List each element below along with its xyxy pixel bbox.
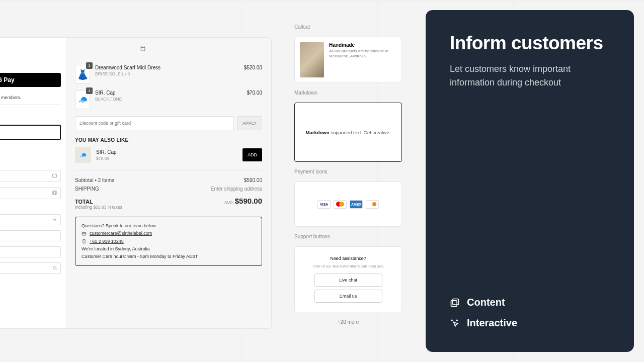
upsell-title: YOU MAY ALSO LIKE [75,137,262,143]
support-card-sub: One of our team members can help you [313,264,384,268]
apply-button[interactable]: APPLY [237,116,262,130]
svg-point-2 [53,266,56,269]
callout-title: Handmade [329,42,396,48]
form-field-icon[interactable] [0,170,61,182]
callout-card[interactable]: Handmade All our products are handmade i… [294,37,402,83]
subtotal-row: Subtotal • 2 items $590.00 [75,177,262,183]
support-location: We're located in Sydney, Australia [82,245,256,253]
email-us-button[interactable]: Email us [314,290,382,303]
svg-rect-0 [52,174,56,177]
live-chat-button[interactable]: Live chat [314,274,382,287]
support-intro: Questions? Speak to our team below [82,222,256,230]
product-thumb: 🧢 1 [75,90,90,109]
panel-title: Inform customers [450,33,610,53]
form-dropdown[interactable] [0,214,61,225]
product-variant: BLACK / ONE [95,97,242,102]
interactive-item: Interactive [450,317,610,329]
qty-badge: 1 [86,87,93,94]
form-field-small[interactable] [0,246,61,257]
bag-icon [140,45,146,54]
product-name: SIR. Cap [95,90,242,96]
svg-rect-4 [83,239,85,243]
discount-input[interactable] [75,116,234,130]
product-name: Dreamwood Scarf Midi Dress [95,65,239,70]
support-phone[interactable]: +61 2 919 10245 [90,238,124,245]
form-field-search[interactable] [0,262,61,274]
email-icon [82,231,87,236]
total-row: TOTAL Including $53.63 in taxes AUD$590.… [75,197,262,210]
line-item: 🧢 1 SIR. Cap BLACK / ONE $70.00 [75,90,262,109]
benefits-text: Enjoy benefits and rewards members. [0,92,61,105]
checkout-form-column: GG Pay Enjoy benefits and rewards member… [0,38,66,328]
gpay-label: G Pay [0,76,15,83]
gpay-button[interactable]: GG Pay [0,73,61,87]
svg-rect-8 [453,299,459,305]
phone-icon [82,239,87,244]
svg-rect-9 [451,300,457,306]
support-hours: Customer Care hours: 9am - 5pm Monday to… [82,253,256,260]
support-email[interactable]: customercare@sirthelabel.com [90,230,152,237]
mastercard-icon [334,200,347,209]
line-item: 👗 1 Dreamwood Scarf Midi Dress BRISE SOL… [75,65,262,84]
content-item: Content [450,297,610,308]
product-thumb: 👗 1 [75,65,90,84]
form-field[interactable] [0,125,61,140]
payment-icons-card[interactable]: VISA AMEX [294,182,402,227]
callout-image [300,42,324,77]
callout-text: All our products are handmade in Melbour… [329,49,396,59]
support-box: Questions? Speak to our team below custo… [75,217,262,266]
support-card: Need assistance? One of our team members… [294,246,402,312]
dark-panel: Inform customers Let customers know impo… [426,10,634,352]
product-variant: BRISE SOLEIL / 0 [95,71,239,76]
more-label: +20 more [294,319,402,325]
content-icon [450,298,460,308]
component-cards-column: Callout Handmade All our products are ha… [294,24,402,325]
discover-icon [366,200,379,209]
visa-icon: VISA [317,200,331,209]
markdown-card[interactable]: Markdown supported text. Get creative. [294,103,402,162]
interactive-icon [450,318,460,328]
product-price: $70.00 [247,90,262,96]
product-price: $520.00 [244,65,262,70]
upsell-price: $70.00 [96,156,237,161]
qty-badge: 1 [86,62,93,69]
form-field-small[interactable] [0,230,61,241]
form-field-icon[interactable] [0,187,61,199]
panel-subtitle: Let customers know important information… [450,62,610,89]
shipping-row: SHIPPING Enter shipping address [75,186,262,192]
upsell-name: SIR. Cap [96,149,237,155]
support-buttons-label: Support buttons [294,234,402,239]
amex-icon: AMEX [350,200,363,209]
svg-point-7 [372,202,376,206]
svg-rect-1 [53,191,56,195]
markdown-label: Markdown [294,90,402,96]
checkout-preview: GG Pay Enjoy benefits and rewards member… [0,37,272,329]
upsell-thumb: 🧢 [75,147,91,163]
upsell-item: 🧢 SIR. Cap $70.00 ADD [75,147,262,170]
order-summary-column: 👗 1 Dreamwood Scarf Midi Dress BRISE SOL… [66,38,271,328]
add-button[interactable]: ADD [243,148,262,161]
support-card-title: Need assistance? [330,256,366,261]
callout-label: Callout [294,24,402,30]
payments-label: Payment icons [294,169,402,174]
svg-point-6 [339,202,344,207]
